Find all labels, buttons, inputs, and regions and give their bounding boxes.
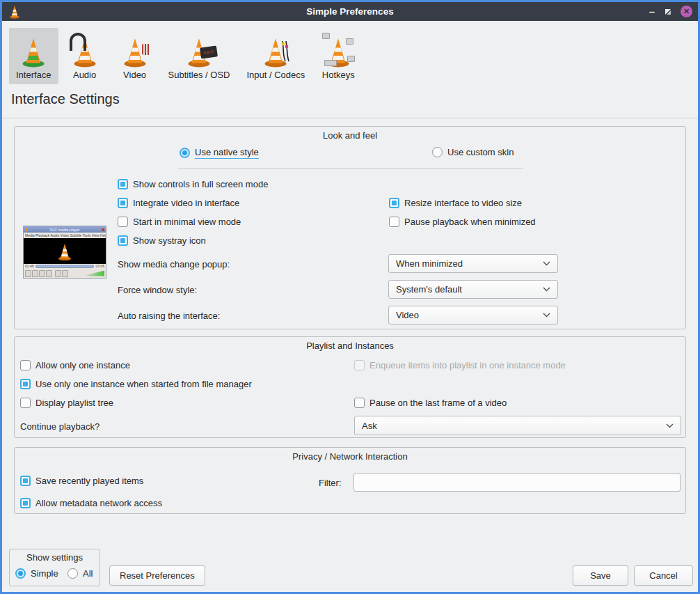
checkbox-integrate-video[interactable]: Integrate video in interface bbox=[118, 198, 239, 208]
selected-value: Video bbox=[396, 310, 419, 320]
preview-menubar: Media Playback Audio Video Subtitle Tool… bbox=[24, 233, 106, 238]
toolbar-item-input-codecs[interactable]: Input / Codecs bbox=[239, 28, 312, 84]
toolbar-item-interface[interactable]: Interface bbox=[9, 28, 58, 84]
checkbox-label: Use only one instance when started from … bbox=[35, 379, 252, 389]
checkbox-show-systray[interactable]: Show systray icon bbox=[118, 235, 206, 246]
checkbox-label: Enqueue items into playlist in one insta… bbox=[369, 360, 566, 370]
vlc-cone-interface-icon bbox=[17, 31, 50, 68]
checkbox-indicator bbox=[20, 398, 31, 408]
checkbox-allow-one-instance[interactable]: Allow only one instance bbox=[20, 360, 130, 370]
selected-value: Ask bbox=[362, 421, 377, 431]
save-button[interactable]: Save bbox=[573, 565, 628, 586]
radio-label: Use custom skin bbox=[447, 147, 514, 157]
checkbox-label: Save recently played items bbox=[35, 476, 143, 486]
filter-label: Filter: bbox=[319, 478, 342, 488]
force-window-style-label: Force window style: bbox=[118, 285, 197, 295]
continue-playback-label: Continue playback? bbox=[20, 421, 100, 432]
selected-value: When minimized bbox=[396, 258, 463, 269]
checkbox-allow-metadata-access[interactable]: Allow metadata network access bbox=[20, 498, 162, 508]
radio-all[interactable]: All bbox=[67, 568, 93, 579]
checkbox-save-recently-played[interactable]: Save recently played items bbox=[20, 476, 143, 486]
checkbox-label: Integrate video in interface bbox=[133, 198, 239, 208]
checkbox-label: Start in minimal view mode bbox=[133, 217, 241, 227]
preview-time-elapsed: 01:46 bbox=[25, 265, 34, 268]
chevron-down-icon bbox=[543, 313, 550, 318]
radio-indicator bbox=[432, 147, 443, 157]
chevron-down-icon bbox=[543, 261, 550, 266]
group-title: Privacy / Network Interaction bbox=[15, 451, 685, 462]
toolbar-item-audio[interactable]: Audio bbox=[61, 28, 109, 84]
radio-label: Simple bbox=[31, 568, 58, 579]
preview-app-icon bbox=[25, 228, 28, 231]
checkbox-display-playlist-tree[interactable]: Display playlist tree bbox=[20, 398, 113, 408]
checkbox-label: Resize interface to video size bbox=[404, 198, 522, 208]
checkbox-label: Pause on the last frame of a video bbox=[369, 398, 507, 408]
preview-video-area bbox=[24, 238, 106, 264]
group-title: Look and feel bbox=[15, 130, 685, 141]
group-title: Playlist and Instances bbox=[15, 341, 685, 351]
auto-raising-select[interactable]: Video bbox=[388, 306, 558, 325]
maximize-button-icon[interactable] bbox=[663, 7, 672, 16]
checkbox-indicator bbox=[118, 217, 128, 227]
selected-value: System's default bbox=[396, 284, 462, 295]
close-button-icon[interactable]: ✕ bbox=[681, 6, 692, 17]
toolbar-item-hotkeys[interactable]: Hotkeys bbox=[315, 28, 362, 84]
preview-titlebar: VLC media player bbox=[24, 226, 106, 233]
vlc-cone-hotkeys-icon bbox=[321, 31, 355, 68]
force-window-style-select[interactable]: System's default bbox=[388, 280, 558, 299]
group-playlist-and-instances: Playlist and Instances Allow only one in… bbox=[14, 336, 686, 438]
filter-input[interactable] bbox=[353, 473, 681, 492]
checkbox-indicator bbox=[20, 379, 31, 389]
checkbox-enqueue-items: Enqueue items into playlist in one insta… bbox=[354, 360, 566, 370]
simple-preferences-dialog: Simple Preferences – ✕ Interface Audio bbox=[0, 0, 700, 594]
group-privacy-network: Privacy / Network Interaction Save recen… bbox=[14, 447, 686, 514]
radio-use-native-style[interactable]: Use native style bbox=[180, 147, 259, 159]
toolbar-label: Video bbox=[123, 70, 146, 80]
checkbox-indicator bbox=[20, 476, 31, 486]
vlc-cone-subtitles-icon: ABO bbox=[182, 31, 216, 68]
page-title: Interface Settings bbox=[11, 91, 120, 107]
radio-separator bbox=[178, 169, 523, 169]
toolbar-item-subtitles-osd[interactable]: ABO Subtitles / OSD bbox=[161, 28, 237, 84]
checkbox-pause-when-minimized[interactable]: Pause playback when minimized bbox=[389, 217, 536, 227]
media-change-popup-select[interactable]: When minimized bbox=[388, 254, 558, 273]
checkbox-one-instance-file-manager[interactable]: Use only one instance when started from … bbox=[20, 379, 252, 389]
radio-indicator bbox=[15, 568, 26, 579]
checkbox-indicator bbox=[20, 498, 31, 508]
toolbar-item-video[interactable]: Video bbox=[111, 28, 159, 84]
checkbox-indicator bbox=[118, 198, 128, 208]
toolbar-label: Interface bbox=[16, 70, 51, 80]
vlc-cone-audio-icon bbox=[68, 31, 102, 68]
vlc-cone-input-icon bbox=[259, 31, 292, 68]
show-settings-group: Show settings Simple All bbox=[9, 549, 100, 586]
checkbox-label: Show systray icon bbox=[133, 235, 206, 246]
heading-separator bbox=[2, 118, 698, 118]
continue-playback-select[interactable]: Ask bbox=[354, 416, 681, 435]
radio-use-custom-skin[interactable]: Use custom skin bbox=[432, 147, 514, 157]
vlc-cone-video-icon bbox=[118, 31, 152, 68]
preview-time-total: 03:06 bbox=[95, 265, 104, 268]
checkbox-label: Allow only one instance bbox=[35, 360, 130, 370]
radio-simple[interactable]: Simple bbox=[15, 568, 58, 579]
checkbox-pause-last-frame[interactable]: Pause on the last frame of a video bbox=[354, 398, 507, 408]
toolbar-label: Input / Codecs bbox=[246, 70, 305, 80]
checkbox-indicator bbox=[118, 179, 128, 189]
show-settings-title: Show settings bbox=[10, 552, 100, 563]
checkbox-resize-interface[interactable]: Resize interface to video size bbox=[389, 198, 522, 208]
titlebar[interactable]: Simple Preferences – ✕ bbox=[2, 2, 698, 21]
group-look-and-feel: Look and feel Use native style Use custo… bbox=[14, 126, 686, 329]
toolbar-label: Hotkeys bbox=[322, 70, 355, 80]
toolbar-label: Audio bbox=[73, 70, 96, 80]
cancel-button[interactable]: Cancel bbox=[634, 565, 693, 586]
reset-preferences-button[interactable]: Reset Preferences bbox=[109, 565, 205, 586]
checkbox-show-controls-fullscreen[interactable]: Show controls in full screen mode bbox=[118, 179, 268, 189]
checkbox-label: Allow metadata network access bbox=[35, 498, 162, 508]
checkbox-indicator bbox=[118, 235, 128, 246]
minimize-button-icon[interactable]: – bbox=[649, 8, 655, 15]
toolbar-label: Subtitles / OSD bbox=[168, 70, 230, 80]
vlc-app-icon bbox=[8, 4, 22, 19]
chevron-down-icon bbox=[543, 287, 550, 292]
checkbox-start-minimal-view[interactable]: Start in minimal view mode bbox=[118, 217, 241, 227]
preview-volume-slider bbox=[86, 271, 104, 276]
interface-preview-image: VLC media player Media Playback Audio Vi… bbox=[23, 226, 106, 279]
